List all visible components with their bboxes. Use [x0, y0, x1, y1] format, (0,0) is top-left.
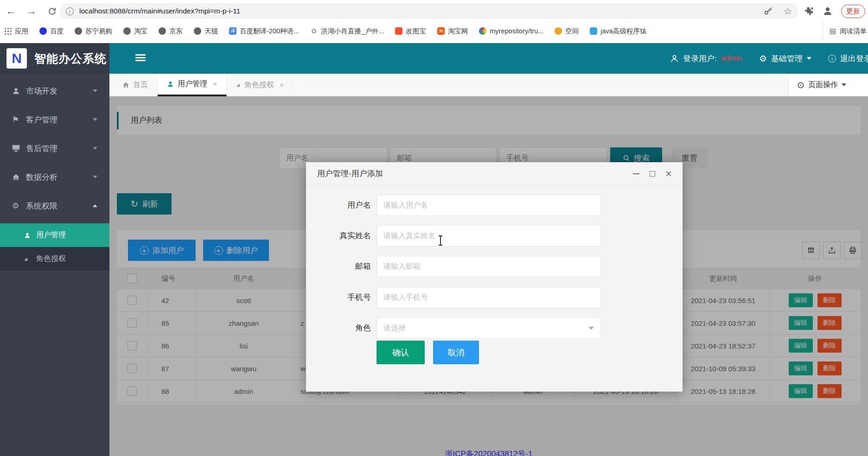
bookmark[interactable]: ✿洪湖小肖直播_户外... — [310, 27, 384, 36]
user-icon — [24, 232, 36, 239]
sidebar-item-permissions[interactable]: ⚙ 系统权限 — [0, 191, 109, 220]
sidebar-item-customers[interactable]: ⚑ 客户管理 — [0, 105, 109, 134]
cancel-button[interactable]: 取消 — [433, 341, 479, 364]
password-key-icon[interactable] — [763, 6, 773, 16]
username-field[interactable] — [377, 195, 601, 216]
app-title: 智能办公系统 — [34, 51, 107, 66]
bookmark[interactable]: 淘淘宝网 — [437, 27, 468, 36]
apps-grid-icon — [5, 28, 12, 35]
url-text: localhost:8088/crm/main#user/index?mpi=m… — [79, 7, 240, 15]
sidebar-item-aftersales[interactable]: 售后管理 — [0, 134, 109, 163]
email-field[interactable] — [377, 256, 601, 277]
info-icon: i — [828, 55, 836, 63]
gears-icon: ⚙ — [12, 201, 26, 211]
phone-field[interactable] — [377, 287, 601, 308]
field-label: 手机号 — [306, 287, 371, 308]
reading-list-icon: ▤ — [830, 27, 836, 35]
app-header: N 智能办公系统 登录用户: admin ⚙ 基础管理 i 退出登录 — [0, 43, 868, 74]
home-icon — [122, 82, 129, 89]
bookmark[interactable]: 百度 — [39, 27, 64, 36]
sidebar-collapse-icon[interactable] — [135, 54, 147, 63]
close-icon[interactable]: × — [213, 80, 217, 89]
favicon — [123, 27, 131, 35]
form-row-username: 用户名 — [306, 195, 683, 216]
bookmark[interactable]: 苏宁易购 — [75, 27, 112, 36]
tab-role-authorization[interactable]: ◕ 角色授权 × — [227, 74, 294, 96]
favicon — [395, 27, 402, 35]
user-icon — [670, 54, 679, 63]
extensions-icon[interactable] — [804, 6, 814, 16]
profile-icon[interactable] — [823, 6, 833, 16]
circle-dot-icon: ⊙ — [797, 80, 804, 90]
realname-field[interactable] — [377, 225, 601, 247]
gear-icon: ⚙ — [759, 53, 767, 64]
bookmark[interactable]: 译百度翻译-200种语... — [229, 27, 299, 36]
user-icon — [167, 81, 174, 88]
url-bar[interactable]: i localhost:8088/crm/main#user/index?mpi… — [59, 3, 798, 19]
bookmark[interactable]: java高级程序猿 — [590, 27, 646, 36]
field-label: 用户名 — [306, 195, 371, 216]
sidebar-item-user-management[interactable]: 用户管理 — [0, 223, 109, 247]
chevron-down-icon — [842, 83, 846, 86]
screen: ← → i localhost:8088/crm/main#user/index… — [0, 0, 868, 456]
bookmark[interactable]: 改图宝 — [395, 27, 426, 36]
bookmark[interactable]: 淘宝 — [123, 27, 147, 36]
chevron-down-icon — [807, 57, 811, 60]
favicon: ✿ — [310, 27, 318, 35]
flag-icon: ⚑ — [12, 115, 26, 125]
chevron-down-icon — [93, 89, 97, 92]
username: admin — [721, 54, 742, 63]
modal-title: 用户管理-用户添加 — [317, 162, 383, 185]
favicon — [39, 27, 47, 35]
favicon: 淘 — [437, 27, 445, 35]
favicon — [555, 27, 562, 35]
sidebar: 市场开发 ⚑ 客户管理 售后管理 数据分析 ⚙ 系统权限 用户管理 — [0, 74, 109, 456]
chevron-down-icon — [93, 118, 97, 121]
apps-menu[interactable]: 应用 — [5, 27, 28, 36]
base-management-menu[interactable]: ⚙ 基础管理 — [759, 53, 811, 64]
chevron-down-icon — [93, 147, 97, 150]
bookmark[interactable]: 京东 — [159, 27, 183, 36]
favicon — [479, 27, 486, 35]
sidebar-item-market[interactable]: 市场开发 — [0, 76, 109, 105]
logout-button[interactable]: i 退出登录 — [828, 53, 868, 64]
close-icon[interactable]: × — [280, 81, 284, 89]
form-row-email: 邮箱 — [306, 256, 683, 277]
browser-update-button[interactable]: 更新 — [841, 5, 865, 18]
close-icon[interactable]: × — [662, 162, 675, 185]
refresh-icon[interactable] — [45, 4, 59, 19]
bookmark[interactable]: 空间 — [555, 27, 579, 36]
tab-user-management[interactable]: 用户管理 × — [158, 74, 227, 96]
text-cursor — [438, 235, 443, 246]
browser-chrome: ← → i localhost:8088/crm/main#user/index… — [0, 0, 868, 22]
chevron-down-icon — [93, 176, 97, 178]
app-logo: N 智能办公系统 — [0, 43, 109, 74]
bookmark[interactable]: myrepository/tru... — [479, 27, 543, 35]
logo-icon: N — [6, 48, 27, 69]
back-icon[interactable]: ← — [4, 4, 19, 19]
chevron-down-icon — [588, 327, 594, 330]
pie-icon: ◕ — [24, 255, 36, 263]
minimize-icon[interactable] — [630, 162, 643, 185]
role-select[interactable]: 请选择 — [377, 317, 601, 339]
forward-icon[interactable]: → — [24, 4, 39, 19]
form-row-realname: 真实姓名 — [306, 225, 683, 247]
tab-bar: 首页 用户管理 × ◕ 角色授权 × ⊙ 页面操作 — [109, 74, 868, 96]
sidebar-item-analytics[interactable]: 数据分析 — [0, 163, 109, 191]
confirm-button[interactable]: 确认 — [377, 341, 425, 364]
logged-in-user[interactable]: 登录用户: admin — [670, 53, 742, 64]
bookmark-star-icon[interactable]: ☆ — [784, 6, 792, 17]
monitor-icon — [12, 145, 26, 152]
sidebar-item-role-authorization[interactable]: ◕ 角色授权 — [0, 247, 109, 271]
favicon — [159, 27, 166, 35]
favicon — [590, 27, 597, 35]
page-operations-menu[interactable]: ⊙ 页面操作 — [788, 74, 868, 96]
reading-list[interactable]: ▤ 阅读清单 — [823, 22, 868, 40]
field-label: 真实姓名 — [306, 225, 371, 247]
tab-home[interactable]: 首页 — [109, 74, 158, 96]
bookmark[interactable]: 天猫 — [194, 27, 218, 36]
favicon — [75, 27, 82, 35]
maximize-icon[interactable] — [646, 162, 659, 185]
sidebar-submenu: 用户管理 ◕ 角色授权 — [0, 223, 109, 271]
site-info-icon[interactable]: i — [66, 7, 74, 15]
